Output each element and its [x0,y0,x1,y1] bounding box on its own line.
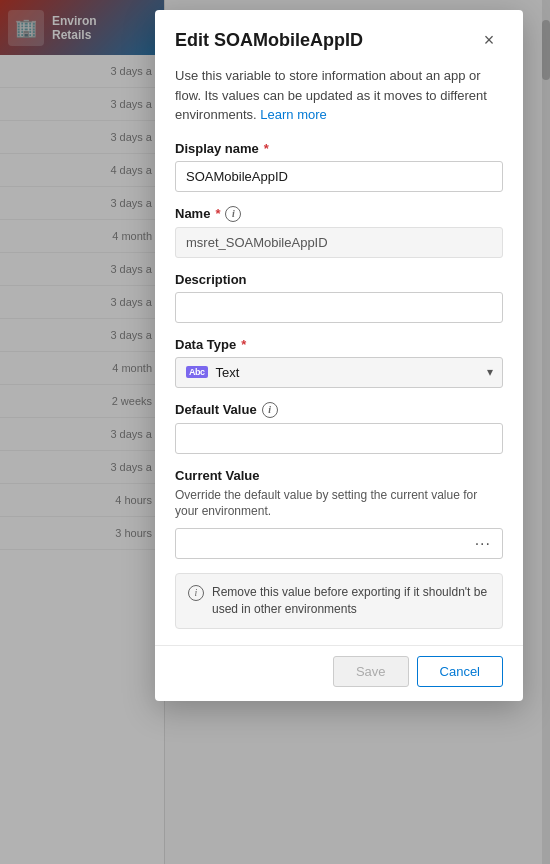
default-value-input[interactable] [175,423,503,454]
description-input[interactable] [175,292,503,323]
current-value-group: Current Value Override the default value… [175,468,503,560]
text-type-icon: Abc [186,366,208,378]
modal-body: Use this variable to store information a… [155,66,523,645]
default-value-info-icon[interactable]: i [262,402,278,418]
current-value-input[interactable] [175,528,503,559]
name-label: Name * i [175,206,503,222]
modal-header: Edit SOAMobileAppID × [155,10,523,66]
export-notice: i Remove this value before exporting if … [175,573,503,629]
current-value-section-sublabel: Override the default value by setting th… [175,487,503,521]
description-label: Description [175,272,503,287]
data-type-value: Text [216,365,240,380]
description-group: Description [175,272,503,323]
ellipsis-button[interactable]: ··· [471,533,495,555]
notice-text: Remove this value before exporting if it… [212,584,490,618]
default-value-group: Default Value i [175,402,503,454]
display-name-group: Display name * [175,141,503,192]
close-button[interactable]: × [475,26,503,54]
learn-more-link[interactable]: Learn more [260,107,326,122]
display-name-input[interactable] [175,161,503,192]
required-star: * [241,337,246,352]
data-type-select[interactable]: Abc Text [175,357,503,388]
name-readonly-field: msret_SOAMobileAppID [175,227,503,258]
name-info-icon[interactable]: i [225,206,241,222]
name-group: Name * i msret_SOAMobileAppID [175,206,503,258]
current-value-section-label: Current Value [175,468,503,483]
modal-title: Edit SOAMobileAppID [175,30,363,51]
required-star: * [215,206,220,221]
data-type-select-wrapper: Abc Text ▾ [175,357,503,388]
modal-footer: Save Cancel [155,645,523,701]
data-type-label: Data Type * [175,337,503,352]
default-value-label: Default Value i [175,402,503,418]
data-type-group: Data Type * Abc Text ▾ [175,337,503,388]
required-star: * [264,141,269,156]
cancel-button[interactable]: Cancel [417,656,503,687]
modal-description: Use this variable to store information a… [175,66,503,125]
notice-info-icon: i [188,585,204,601]
display-name-label: Display name * [175,141,503,156]
edit-variable-modal: Edit SOAMobileAppID × Use this variable … [155,10,523,701]
current-value-wrapper: ··· [175,528,503,559]
save-button[interactable]: Save [333,656,409,687]
